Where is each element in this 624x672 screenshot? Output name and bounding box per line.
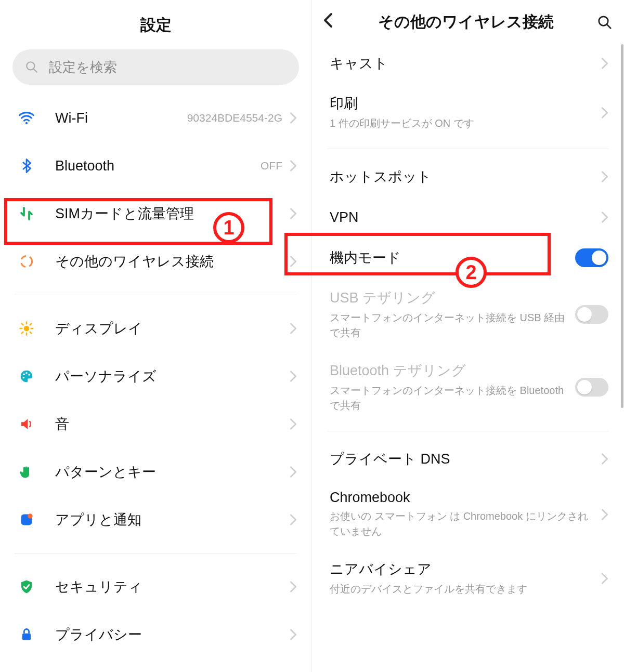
scrollbar[interactable] [621,44,623,408]
settings-pane: 設定 設定を検索 Wi-Fi 90324BDE4554-2G Bluetooth… [0,0,312,672]
settings-item-label: その他のワイヤレス接続 [55,252,214,271]
setting-subtitle: スマートフォンのインターネット接続を USB 経由で共有 [330,310,567,340]
page-title: その他のワイヤレス接続 [335,11,597,33]
chevron-right-icon [290,322,297,335]
setting-vpn[interactable]: VPN [312,197,624,238]
chevron-right-icon [601,211,608,223]
settings-item-location[interactable]: 位置情報 [0,658,311,672]
chevron-right-icon [601,170,608,183]
settings-item-sound[interactable]: 音 [0,400,311,448]
divider [15,553,297,554]
setting-private-dns[interactable]: プライベート DNS [312,439,624,479]
setting-bt-tethering: Bluetooth テザリング スマートフォンのインターネット接続を Bluet… [312,351,624,424]
svg-line-22 [607,24,610,28]
settings-item-value: 90324BDE4554-2G [187,112,282,124]
divider [328,149,608,149]
setting-cast[interactable]: キャスト [312,43,624,84]
settings-item-label: プライバシー [55,625,142,644]
header: その他のワイヤレス接続 [312,0,624,43]
chevron-right-icon [601,508,608,521]
settings-item-label: SIMカードと流量管理 [55,204,194,223]
settings-item-bluetooth[interactable]: Bluetooth OFF [0,142,311,190]
settings-item-label: 音 [55,415,69,433]
setting-label: ニアバイシェア [330,560,593,578]
settings-item-apps-notifications[interactable]: アプリと通知 [0,496,311,544]
chevron-right-icon [601,107,608,119]
settings-item-label: パターンとキー [55,463,156,481]
lock-icon [18,626,35,643]
settings-item-security[interactable]: セキュリティ [0,563,311,611]
settings-item-wifi[interactable]: Wi-Fi 90324BDE4554-2G [0,94,311,142]
setting-usb-tethering: USB テザリング スマートフォンのインターネット接続を USB 経由で共有 [312,278,624,351]
settings-item-personalize[interactable]: パーソナライズ [0,352,311,400]
chevron-right-icon [290,466,297,478]
setting-chromebook[interactable]: Chromebook お使いの スマートフォン は Chromebook にリン… [312,479,624,549]
chevron-right-icon [290,628,297,641]
setting-label: ホットスポット [330,167,593,186]
usb-tethering-toggle [575,305,608,324]
setting-print[interactable]: 印刷 1 件の印刷サービスが ON です [312,84,624,141]
bluetooth-icon [18,157,35,175]
settings-item-label: Wi-Fi [55,110,88,126]
setting-subtitle: スマートフォンのインターネット接続を Bluetooth で共有 [330,383,567,413]
apps-icon [18,511,35,529]
wireless-icon [18,253,35,270]
annotation-badge-1: 1 [213,212,244,243]
settings-item-sim[interactable]: SIMカードと流量管理 [0,190,311,238]
setting-label: Bluetooth テザリング [330,361,567,380]
bt-tethering-toggle [575,378,608,397]
setting-label: 印刷 [330,94,593,113]
chevron-right-icon [290,112,297,124]
setting-label: プライベート DNS [330,450,593,468]
wifi-icon [18,109,35,127]
wireless-settings-pane: その他のワイヤレス接続 キャスト 印刷 1 件の印刷サービスが ON です ホッ… [312,0,624,672]
svg-line-1 [33,69,36,72]
svg-point-3 [21,256,32,267]
search-input[interactable]: 設定を検索 [12,49,299,85]
back-button[interactable] [323,12,335,32]
airplane-mode-toggle[interactable] [575,248,608,267]
svg-line-9 [22,324,23,325]
setting-subtitle: お使いの スマートフォン は Chromebook にリンクされていません [330,509,593,539]
svg-point-18 [28,513,32,518]
setting-nearby-share[interactable]: ニアバイシェア 付近のデバイスとファイルを共有できます [312,549,624,607]
search-icon [25,60,38,74]
setting-subtitle: 付近のデバイスとファイルを共有できます [330,582,593,597]
setting-label: キャスト [330,54,593,73]
settings-item-privacy[interactable]: プライバシー [0,611,311,658]
setting-label: USB テザリング [330,288,567,307]
svg-point-14 [25,372,28,374]
settings-item-label: ディスプレイ [55,319,142,338]
divider [15,295,297,295]
chevron-right-icon [601,57,608,70]
chevron-right-icon [601,453,608,465]
setting-subtitle: 1 件の印刷サービスが ON です [330,116,593,131]
settings-item-label: セキュリティ [55,577,142,596]
settings-item-label: パーソナライズ [55,367,157,386]
svg-rect-19 [22,634,31,640]
chevron-right-icon [601,572,608,585]
divider [328,431,608,431]
chevron-right-icon [290,207,297,220]
svg-point-2 [25,122,28,124]
page-title: 設定 [0,0,311,49]
sound-icon [18,415,35,433]
search-icon[interactable] [597,15,613,30]
hand-icon [18,463,35,481]
svg-point-13 [23,374,25,376]
settings-item-label: Bluetooth [55,158,114,174]
settings-item-label: アプリと通知 [55,510,141,529]
settings-item-display[interactable]: ディスプレイ [0,305,311,352]
annotation-badge-2: 2 [456,257,487,288]
chevron-right-icon [290,160,297,172]
palette-icon [18,367,35,385]
setting-label: Chromebook [330,490,593,506]
shield-icon [18,578,35,596]
settings-item-pattern-key[interactable]: パターンとキー [0,448,311,496]
setting-hotspot[interactable]: ホットスポット [312,156,624,197]
chevron-right-icon [290,581,297,593]
settings-item-other-wireless[interactable]: その他のワイヤレス接続 [0,238,311,285]
svg-point-15 [28,374,30,376]
chevron-right-icon [290,255,297,268]
svg-line-12 [30,324,32,325]
